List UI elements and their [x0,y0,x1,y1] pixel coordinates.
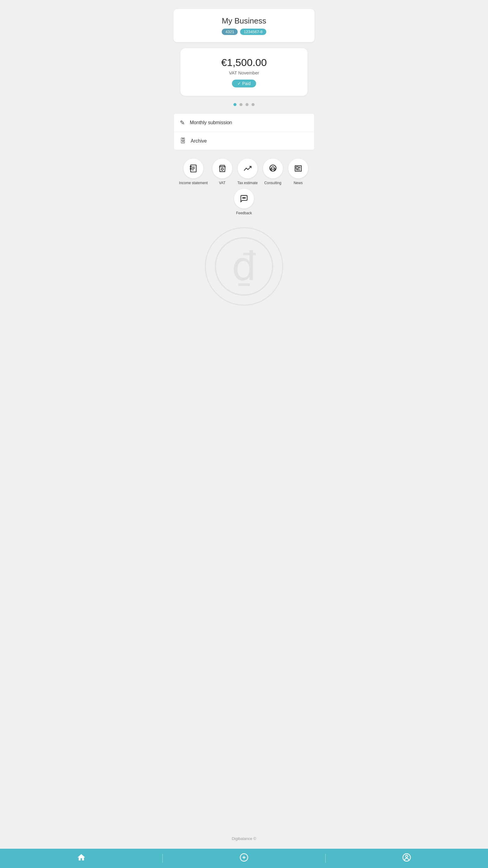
vat-amount: €1,500.00 [187,57,301,68]
archive-row[interactable]: 🗄 Archive [174,132,314,150]
paid-badge[interactable]: ✓ Paid [232,80,256,87]
badge-row: 4321 1234567-8 [180,29,308,35]
feedback-item[interactable]: Feedback [233,189,255,215]
watermark-symbol: ₫ [205,227,283,306]
consulting-label: Consulting [264,181,281,185]
dot-4[interactable] [252,103,255,106]
business-card: My Business 4321 1234567-8 [173,9,315,42]
income-statement-label: Income statement [179,181,207,185]
business-title: My Business [180,16,308,26]
bottom-nav [0,849,488,868]
nav-profile[interactable] [326,849,488,868]
vat-label-icon: VAT [219,181,226,185]
svg-rect-7 [271,168,272,170]
badge-id1: 4321 [222,29,238,35]
dot-3[interactable] [246,103,249,106]
nav-add[interactable] [163,849,325,868]
vat-item[interactable]: VAT [212,158,233,185]
archive-icon: 🗄 [180,137,186,144]
dot-1[interactable] [233,103,236,106]
consulting-item[interactable]: Consulting [262,158,284,185]
profile-icon [402,853,411,864]
home-icon [77,853,86,864]
icon-grid: Income statement VAT Tax estimate [173,158,315,215]
tax-estimate-icon [238,158,258,179]
news-icon [288,158,308,179]
add-icon [239,853,249,864]
tax-estimate-label: Tax estimate [237,181,258,185]
dot-2[interactable] [239,103,242,106]
monthly-submission-row[interactable]: ✎ Monthly submission [174,114,314,132]
svg-point-6 [221,168,223,170]
svg-rect-10 [296,167,298,169]
svg-point-15 [244,198,244,198]
svg-point-14 [242,198,243,198]
edit-icon: ✎ [180,119,185,126]
archive-label: Archive [191,138,207,144]
badge-id2: 1234567-8 [240,29,266,35]
news-item[interactable]: News [287,158,309,185]
feedback-icon [234,189,254,209]
svg-rect-8 [273,168,275,170]
svg-text:₫: ₫ [232,245,257,288]
svg-rect-4 [190,166,192,167]
vat-card: €1,500.00 VAT November ✓ Paid [181,48,307,96]
watermark-area: ₫ [173,227,315,306]
vat-label: VAT November [187,70,301,75]
menu-rows: ✎ Monthly submission 🗄 Archive [173,113,315,150]
svg-point-23 [406,855,408,858]
consulting-icon [263,158,283,179]
nav-home[interactable] [0,849,162,868]
income-statement-icon [184,158,203,179]
monthly-submission-label: Monthly submission [190,120,232,125]
vat-icon [213,158,232,179]
news-label: News [294,181,303,185]
svg-rect-5 [190,168,192,170]
svg-point-16 [245,198,245,198]
tax-estimate-item[interactable]: Tax estimate [237,158,258,185]
carousel-dots [233,103,255,106]
footer-copyright: Digibalance © [0,830,488,844]
income-statement-item[interactable]: Income statement [179,158,207,185]
feedback-label: Feedback [236,211,252,215]
